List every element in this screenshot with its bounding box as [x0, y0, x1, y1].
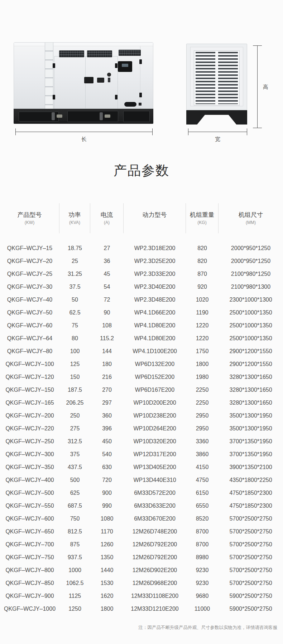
table-cell: 1080: [90, 516, 124, 522]
table-cell: 75: [59, 322, 90, 329]
base-handle: [100, 112, 103, 120]
hinge: [53, 95, 55, 99]
table-cell: 3280*1300*1650: [219, 400, 283, 406]
hinge: [115, 95, 117, 99]
table-cell: 3500*1300*1950: [219, 413, 283, 419]
table-cell: WP12D317E200: [124, 451, 186, 458]
table-cell: QKGF–WCJY–15: [0, 245, 59, 252]
table-cell: 1000: [59, 567, 90, 574]
door-handle: [84, 77, 93, 83]
table-cell: 270: [90, 387, 124, 393]
table-cell: 450: [90, 438, 124, 445]
table-cell: QKGF–WCJY–165: [0, 400, 59, 406]
hinge: [139, 93, 142, 97]
generator-front-view-image: [186, 44, 247, 125]
table-cell: 1125: [59, 593, 90, 599]
base-handle: [52, 112, 55, 120]
table-cell: 275: [59, 425, 90, 432]
table-cell: QKGF–WCJY–650: [0, 528, 59, 535]
table-cell: 115.2: [90, 335, 124, 342]
table-row: QKGF–WCJY–5006259006M33D572E20061504750*…: [0, 487, 283, 499]
table-cell: 540: [90, 451, 124, 458]
table-cell: 12M33D1108E200: [124, 593, 186, 599]
table-cell: 1980: [186, 374, 219, 380]
height-label: 高: [263, 83, 268, 90]
generator-side-view-image: [14, 42, 153, 124]
table-cell: 937.5: [59, 554, 90, 561]
table-cell: 6M33D670E200: [124, 516, 186, 522]
table-row: QKGF–WCJY–120150216WP6D152E20019803280*1…: [0, 371, 283, 384]
column-header-power: 功率 (KVA): [59, 203, 90, 233]
column-header-current: 电流 (A): [90, 203, 124, 233]
table-cell: WP6D167E200: [124, 387, 186, 393]
table-cell: 144: [90, 348, 124, 355]
table-cell: 1020: [186, 297, 219, 303]
table-cell: WP4.1D100E200: [124, 348, 186, 355]
control-panel: [118, 61, 132, 72]
table-row: QKGF–WCJY–6075108WP4.1D80E20012202500*10…: [0, 319, 283, 332]
table-cell: 437.5: [59, 464, 90, 470]
footnote: 注：因产品不断升级产品外观、尺寸参数以实物为准，详情请咨询客服: [139, 625, 278, 631]
column-label: 机组重量: [190, 211, 214, 219]
table-row: QKGF–WCJY–250312.5450WP10D320E2003360370…: [0, 435, 283, 448]
table-row: QKGF–WCJY–750937.5135012M26D792E20089805…: [0, 551, 283, 564]
table-cell: 6550: [186, 503, 219, 509]
table-cell: 90: [90, 309, 124, 316]
table-row: QKGF–WCJY–700875126012M26D792E2008700570…: [0, 538, 283, 551]
length-dimension-line: [15, 132, 153, 132]
louver-grille: [194, 50, 240, 106]
table-cell: 9230: [186, 580, 219, 586]
column-label: 机组尺寸: [239, 211, 263, 219]
table-cell: 5700*2500*2750: [219, 516, 283, 522]
table-cell: 1620: [90, 593, 124, 599]
table-cell: 8520: [186, 516, 219, 522]
table-row: QKGF–WCJY–3037.554WP2.3D40E2009202100*98…: [0, 280, 283, 293]
vent-grille: [59, 50, 84, 57]
table-cell: WP6D152E200: [124, 374, 186, 380]
table-cell: WP2.3D40E200: [124, 284, 186, 290]
table-row: QKGF–WCJY–1518.7527WP2.3D18E2008202000*9…: [0, 242, 283, 255]
table-cell: 750: [59, 516, 90, 522]
table-cell: 6M33D572E200: [124, 490, 186, 496]
table-cell: 1440: [90, 567, 124, 574]
table-cell: 62.5: [59, 309, 90, 316]
table-cell: 820: [186, 245, 219, 252]
table-cell: 3700*1350*1950: [219, 451, 283, 458]
height-dimension-line: 高: [257, 45, 258, 128]
table-cell: 12M26D748E200: [124, 528, 186, 535]
table-cell: 18.75: [59, 245, 90, 252]
table-row: QKGF–WCJY–650812.5117012M26D748E20087005…: [0, 525, 283, 538]
table-cell: WP4.1D66E200: [124, 309, 186, 316]
table-cell: 250: [59, 413, 90, 419]
column-label: 功率: [69, 211, 81, 219]
table-cell: 2250: [186, 400, 219, 406]
table-cell: WP2.3D25E200: [124, 258, 186, 264]
table-row: QKGF–WCJY–200250360WP10D238E20029503500*…: [0, 409, 283, 422]
table-cell: 12M26D968E200: [124, 580, 186, 586]
table-cell: QKGF–WCJY–250: [0, 438, 59, 445]
table-cell: WP10D238E200: [124, 413, 186, 419]
table-body: QKGF–WCJY–1518.7527WP2.3D18E2008202000*9…: [0, 242, 283, 615]
table-cell: 3360: [186, 438, 219, 445]
table-cell: WP2.3D33E200: [124, 271, 186, 277]
table-cell: 150: [59, 374, 90, 380]
table-cell: QKGF–WCJY–350: [0, 464, 59, 470]
door-lock: [107, 73, 111, 77]
table-cell: 2900*1200*1550: [219, 348, 283, 355]
page-title: 产品参数: [0, 162, 283, 180]
product-page: 长 宽 高 产品参数 产品型号 (KW) 功率 (KVA) 电流 (A) 动力型…: [0, 0, 283, 644]
hinge: [115, 63, 117, 68]
table-cell: 6M33D633E200: [124, 503, 186, 509]
table-cell: 2100*980*1250: [219, 271, 283, 277]
table-cell: QKGF–WCJY–800: [0, 567, 59, 574]
table-cell: 900: [90, 490, 124, 496]
table-row: QKGF–WCJY–150187.5270WP6D167E20022503280…: [0, 384, 283, 396]
table-cell: QKGF–WCJY–600: [0, 516, 59, 522]
table-cell: 687.5: [59, 503, 90, 509]
table-cell: 820: [186, 258, 219, 264]
control-screen: [122, 64, 128, 67]
table-cell: 9680: [186, 593, 219, 599]
table-cell: 50: [59, 297, 90, 303]
table-cell: QKGF–WCJY–120: [0, 374, 59, 380]
table-cell: 1800: [186, 361, 219, 367]
